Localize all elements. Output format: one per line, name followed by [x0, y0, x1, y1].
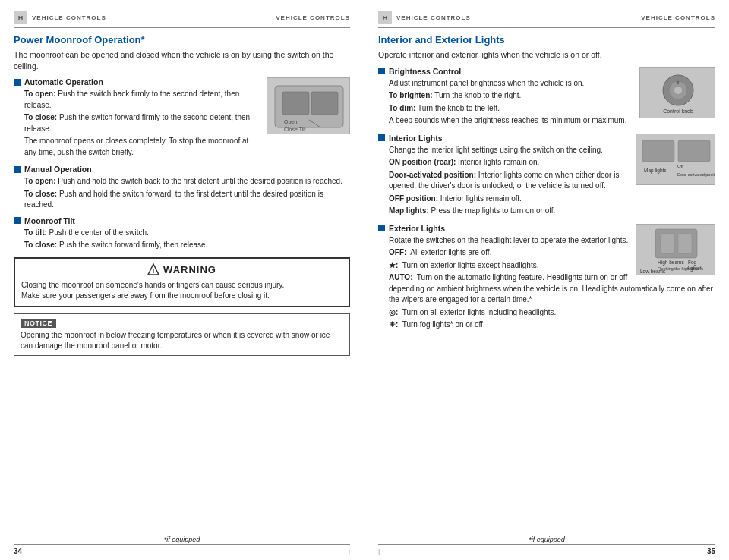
- right-section-title: Interior and Exterior Lights: [378, 34, 715, 46]
- bullet-header-manual: Manual Operation: [14, 165, 350, 174]
- bullet-header-automatic: Automatic Operation: [14, 77, 260, 87]
- left-header-title: VEHICLE CONTROLS: [32, 14, 106, 21]
- svg-rect-21: [678, 140, 710, 162]
- svg-text:Open: Open: [284, 119, 297, 125]
- right-header-title-right: VEHICLE CONTROLS: [641, 14, 715, 21]
- bullet-icon-exterior: [378, 225, 385, 231]
- svg-text:High beams: High beams: [658, 260, 684, 266]
- right-page: H VEHICLE CONTROLS VEHICLE CONTROLS Inte…: [364, 0, 729, 560]
- left-section-intro: The moonroof can be opened and closed wh…: [14, 49, 350, 71]
- bullet-interior-lights: Map lights Off Door-activated position I…: [378, 134, 715, 219]
- bullet-moonroof-tilt: Moonroof Tilt To tilt: Push the center o…: [14, 216, 350, 251]
- warning-triangle-icon: !: [147, 263, 159, 275]
- page-container: H VEHICLE CONTROLS VEHICLE CONTROLS Powe…: [0, 0, 729, 560]
- right-header-title: VEHICLE CONTROLS: [396, 14, 471, 21]
- warning-box: ! WARNING Closing the moonroof on someon…: [14, 257, 350, 307]
- honda-logo-icon: H: [14, 11, 27, 24]
- svg-text:Close  Tilt: Close Tilt: [284, 127, 306, 132]
- moonroof-image: Open Close Tilt: [267, 77, 350, 134]
- bullet-manual-operation: Manual Operation To open: Push and hold …: [14, 165, 350, 211]
- right-footer: | 35: [378, 544, 715, 555]
- svg-rect-4: [282, 92, 309, 115]
- svg-text:Map lights: Map lights: [644, 168, 667, 174]
- right-header-bar: H VEHICLE CONTROLS VEHICLE CONTROLS: [378, 11, 715, 28]
- svg-text:Door-activated position: Door-activated position: [677, 172, 715, 177]
- notice-box: NOTICE Opening the moonroof in below fre…: [14, 313, 350, 356]
- exterior-lights-image: High beams Fog lights* Flushing the high…: [636, 224, 715, 275]
- right-section-intro: Operate interior and exterior lights whe…: [378, 49, 715, 61]
- left-page-number: 34: [14, 547, 22, 555]
- left-footer: 34 |: [14, 544, 350, 555]
- bullet-brightness: Control knob Brightness Control Adjust i…: [378, 67, 715, 128]
- notice-title: NOTICE: [21, 319, 56, 328]
- right-if-equipped: *if equipped: [364, 536, 729, 543]
- notice-text: Opening the moonroof in below freezing t…: [21, 330, 343, 351]
- svg-rect-20: [642, 140, 674, 162]
- left-if-equipped: *if equipped: [0, 536, 364, 543]
- bullet-title-automatic: Automatic Operation: [24, 77, 103, 87]
- svg-text:!: !: [153, 268, 155, 275]
- bullet-header-brightness: Brightness Control: [378, 67, 633, 76]
- bullet-header-interior: Interior Lights: [378, 134, 630, 143]
- svg-text:H: H: [18, 14, 24, 22]
- left-header-left: H VEHICLE CONTROLS: [14, 11, 106, 24]
- left-header-title-right: VEHICLE CONTROLS: [276, 14, 350, 21]
- bullet-content-tilt: To tilt: Push the center of the switch. …: [14, 228, 350, 251]
- warning-header: ! WARNING: [21, 263, 342, 277]
- svg-rect-5: [311, 92, 338, 115]
- bullet-title-interior: Interior Lights: [389, 134, 443, 143]
- bullet-icon-brightness: [378, 68, 385, 74]
- bullet-header-tilt: Moonroof Tilt: [14, 216, 350, 225]
- left-section-title: Power Moonroof Operation*: [14, 34, 350, 46]
- right-page-number: 35: [707, 547, 715, 555]
- bullet-title-exterior: Exterior Lights: [389, 224, 445, 233]
- svg-text:Off: Off: [677, 164, 683, 168]
- bullet-exterior-lights: High beams Fog lights* Flushing the high…: [378, 224, 715, 332]
- bullet-automatic-operation: Open Close Tilt Automatic Operation To o…: [14, 77, 350, 159]
- bullet-icon-automatic: [14, 79, 21, 86]
- svg-text:Low beams: Low beams: [640, 269, 666, 274]
- svg-rect-28: [678, 234, 692, 253]
- honda-logo-right-icon: H: [378, 11, 392, 24]
- svg-rect-27: [661, 234, 674, 253]
- bullet-header-exterior: Exterior Lights: [378, 224, 630, 233]
- bullet-icon-manual: [14, 166, 21, 173]
- bullet-title-brightness: Brightness Control: [389, 67, 461, 76]
- bullet-icon-interior: [378, 134, 385, 141]
- svg-point-16: [674, 87, 682, 94]
- left-header-bar: H VEHICLE CONTROLS VEHICLE CONTROLS: [14, 11, 350, 28]
- control-knob-image: Control knob: [639, 67, 715, 118]
- interior-lights-image: Map lights Off Door-activated position: [636, 134, 715, 185]
- left-page: H VEHICLE CONTROLS VEHICLE CONTROLS Powe…: [0, 0, 364, 560]
- bullet-title-manual: Manual Operation: [24, 165, 92, 174]
- right-header-left: H VEHICLE CONTROLS: [378, 11, 471, 24]
- bullet-icon-tilt: [14, 217, 21, 224]
- svg-text:Control knob: Control knob: [663, 109, 693, 114]
- bullet-title-tilt: Moonroof Tilt: [24, 216, 75, 225]
- warning-text: Closing the moonroof on someone's hands …: [21, 280, 342, 301]
- warning-title: WARNING: [163, 264, 216, 275]
- svg-text:H: H: [383, 14, 388, 22]
- svg-text:Fog: Fog: [688, 260, 697, 266]
- bullet-content-manual: To open: Push and hold the switch back t…: [14, 176, 350, 211]
